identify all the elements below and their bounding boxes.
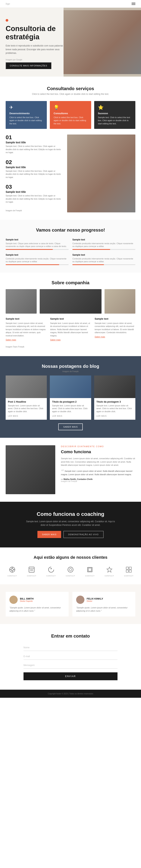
contact-message-field[interactable] xyxy=(24,662,117,669)
progress-label-1: Sample text xyxy=(6,238,69,241)
client-logo-5[interactable]: CONTACT xyxy=(85,565,95,577)
hero-image xyxy=(64,8,141,76)
feature-desc-1: Sample text. Click to select the text bo… xyxy=(6,145,62,154)
client-icon-6 xyxy=(105,565,113,574)
client-logo-6[interactable]: CONTACT xyxy=(105,565,114,577)
about-section: Sobre companhia Sample text Sample text.… xyxy=(0,273,141,356)
reviewer-name-2: FELIX KINKLY xyxy=(87,597,103,600)
progress-text-2: Conteúdo produzido internamente nesta se… xyxy=(72,242,135,248)
progress-section: Vamos contar nosso progresso! Sample tex… xyxy=(0,220,141,273)
client-name-1: CONTACT xyxy=(7,575,17,577)
blog-card-link-2[interactable]: LER MAIS xyxy=(52,415,62,417)
feature-item-2: 02 Sample text title Sample text. Click … xyxy=(6,159,62,179)
logo: logo xyxy=(6,2,10,5)
about-col-1: Sample text Sample text. Lorem ipsum dol… xyxy=(6,317,46,341)
blog-card-img-2 xyxy=(50,375,91,398)
svg-rect-12 xyxy=(89,568,92,571)
client-icon-2 xyxy=(28,565,36,574)
blog-card-link-3[interactable]: LER MAIS xyxy=(97,415,107,417)
client-logo-1[interactable]: CONTACT xyxy=(7,565,17,577)
coaching-text: Sample text. Lorem ipsum dolor sit amet,… xyxy=(24,520,117,527)
blog-card-img-3 xyxy=(94,375,135,398)
about-link-1[interactable]: Saber mais xyxy=(6,339,16,341)
client-icon-1 xyxy=(8,565,16,574)
feature-desc-3: Sample text. Click to select the text bo… xyxy=(6,194,62,204)
progress-label-4: Sample text xyxy=(72,254,135,256)
progress-bar-bg-1 xyxy=(6,249,69,250)
service-label-3: Sucesso xyxy=(98,112,132,115)
svg-rect-14 xyxy=(126,567,129,569)
client-logo-2[interactable]: CONTACT xyxy=(27,565,36,577)
about-col-text-3: Sample text. Lorem ipsum dolor sit amet,… xyxy=(95,322,135,334)
testimonial-label: Descobrir exatamente como xyxy=(61,445,135,447)
about-title: Sobre companhia xyxy=(6,280,135,285)
progress-label-2: Sample text xyxy=(72,238,135,241)
reviewer-avatar-1 xyxy=(9,596,18,604)
hero-cta-button[interactable]: CONSULTE MAIS INFORMAÇÕES xyxy=(6,62,51,69)
review-card-2: FELIX KINKLY Diretor Sample quote. Lorem… xyxy=(72,592,135,617)
about-link-2[interactable]: Saber mais xyxy=(50,339,61,341)
client-logo-7[interactable]: CONTACT xyxy=(124,565,134,577)
testimonial-title: Como funciona xyxy=(61,450,135,454)
reviewer-role-2: Diretor xyxy=(87,600,103,602)
features-list: 01 Sample text title Sample text. Click … xyxy=(6,134,62,212)
testimonial-text: Sample text. Lorem ipsum dolor sit amet,… xyxy=(61,457,135,467)
clients-section: Aqui estão alguns de nossos clientes CON… xyxy=(0,548,141,584)
feature-item-3: 03 Sample text title Sample text. Click … xyxy=(6,184,62,204)
coaching-primary-button[interactable]: Saber mais xyxy=(37,531,61,538)
service-card-1: ✈ Desenvolvimento Click to select the te… xyxy=(6,101,47,129)
features-section: 01 Sample text title Sample text. Click … xyxy=(0,134,141,220)
contact-submit-button[interactable]: ENVIAR xyxy=(24,672,117,680)
menu-icon[interactable] xyxy=(132,3,135,5)
contact-name-field[interactable] xyxy=(24,644,117,651)
progress-text-3: Conteúdo produzido internamente nesta se… xyxy=(6,257,69,263)
contact-email-field[interactable] xyxy=(24,653,117,660)
contact-section: Entrar em contato ENVIAR xyxy=(0,624,141,690)
blog-more-button[interactable]: Saber mais xyxy=(58,424,82,430)
hero-description: Este texto é reproduzido e substituído c… xyxy=(6,44,71,55)
blog-card-title-1: Post 1 Headline xyxy=(8,400,44,403)
feature-num-1: 01 xyxy=(6,134,62,140)
client-icon-3 xyxy=(47,565,55,574)
contact-title: Entrar em contato xyxy=(6,633,135,639)
client-name-7: CONTACT xyxy=(124,575,134,577)
coaching-secondary-button[interactable]: Demonstração ao vivo xyxy=(63,531,104,538)
coaching-btn-row: Saber mais Demonstração ao vivo xyxy=(6,531,135,538)
features-image xyxy=(67,134,135,212)
client-logo-4[interactable]: CONTACT xyxy=(66,565,75,577)
client-logo-3[interactable]: CONTACT xyxy=(46,565,56,577)
feature-num-3: 03 xyxy=(6,184,62,190)
blog-title: Nossas postagens do blog xyxy=(6,364,135,369)
progress-item-3: Sample text Conteúdo produzido intername… xyxy=(6,254,69,265)
about-link-3[interactable]: Saber mais xyxy=(95,336,105,338)
feature-title-1: Sample text title xyxy=(6,141,62,144)
service-icon-3: ⭐ xyxy=(98,105,132,110)
service-text-2: Click to select the text box. Click agai… xyxy=(54,116,87,125)
progress-bar-fill-4 xyxy=(72,264,104,265)
about-grid: Sample text Sample text. Lorem ipsum dol… xyxy=(6,317,135,341)
svg-point-10 xyxy=(68,567,73,572)
client-name-2: CONTACT xyxy=(27,575,36,577)
client-name-4: CONTACT xyxy=(66,575,75,577)
coaching-section: Como funciona o coaching Sample text. Lo… xyxy=(0,502,141,547)
service-icon-2: 💡 xyxy=(54,105,87,110)
review-card-1: BILL SMITH Diretor Suporte Sample quote.… xyxy=(6,592,69,617)
svg-rect-17 xyxy=(129,570,132,572)
about-col-text-2: Sample text. Lorem ipsum dolor sit amet,… xyxy=(50,322,91,337)
blog-card-title-2: Título da postagem 2 xyxy=(52,400,89,403)
reviewer-row-1: BILL SMITH Diretor Suporte xyxy=(9,596,65,604)
feature-title-2: Sample text title xyxy=(6,166,62,169)
client-icon-5 xyxy=(86,565,94,574)
about-col-2: Sample text Sample text. Lorem ipsum dol… xyxy=(50,317,91,341)
services-title: Consultando serviços xyxy=(6,86,135,91)
clients-grid: CONTACT CONTACT CONTACT xyxy=(6,565,135,577)
progress-bar-fill-3 xyxy=(6,264,59,265)
reviewer-info-1: BILL SMITH Diretor Suporte xyxy=(20,597,34,602)
blog-card-body-1: Post 1 Headline Sample text. Lorem ipsum… xyxy=(6,398,47,420)
svg-rect-16 xyxy=(126,570,129,572)
review-text-1: Sample quote. Lorem ipsum dolor sit amet… xyxy=(9,606,65,613)
progress-bar-bg-2 xyxy=(72,249,135,250)
hero-title: Consultoria de estratégia xyxy=(6,25,71,41)
blog-card-link-1[interactable]: LER MAIS xyxy=(8,415,18,417)
service-card-3: ⭐ Sucesso Sample text. Click to select t… xyxy=(94,101,135,129)
